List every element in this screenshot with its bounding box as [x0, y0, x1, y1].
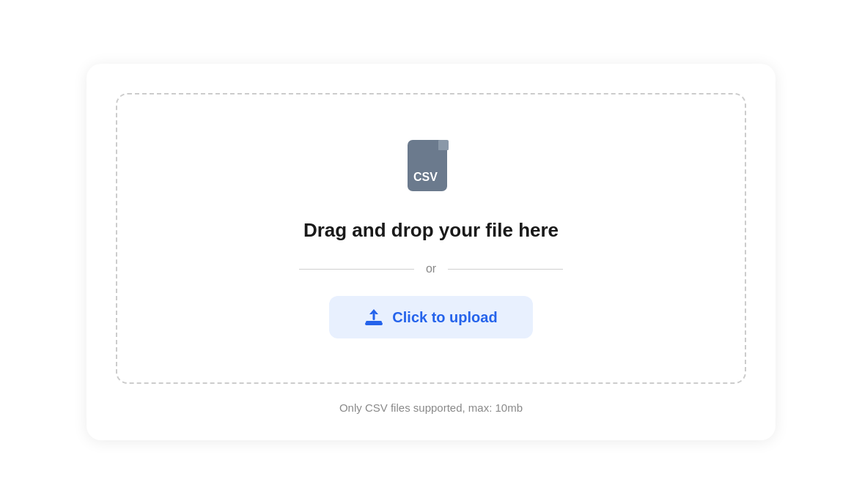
- svg-text:CSV: CSV: [413, 171, 438, 183]
- drag-drop-label: Drag and drop your file here: [303, 219, 559, 242]
- upload-button-label: Click to upload: [392, 309, 497, 326]
- upload-card: CSV Drag and drop your file here or Clic…: [86, 64, 776, 440]
- upload-button[interactable]: Click to upload: [329, 296, 532, 338]
- csv-file-icon: CSV: [406, 138, 456, 199]
- hint-text: Only CSV files supported, max: 10mb: [339, 401, 523, 414]
- svg-rect-1: [438, 140, 449, 150]
- or-divider: or: [299, 262, 563, 275]
- divider-line-right: [448, 269, 563, 270]
- drop-zone[interactable]: CSV Drag and drop your file here or Clic…: [116, 93, 746, 384]
- upload-icon: [364, 308, 383, 327]
- svg-rect-5: [365, 322, 383, 325]
- or-label: or: [426, 262, 436, 275]
- divider-line-left: [299, 269, 414, 270]
